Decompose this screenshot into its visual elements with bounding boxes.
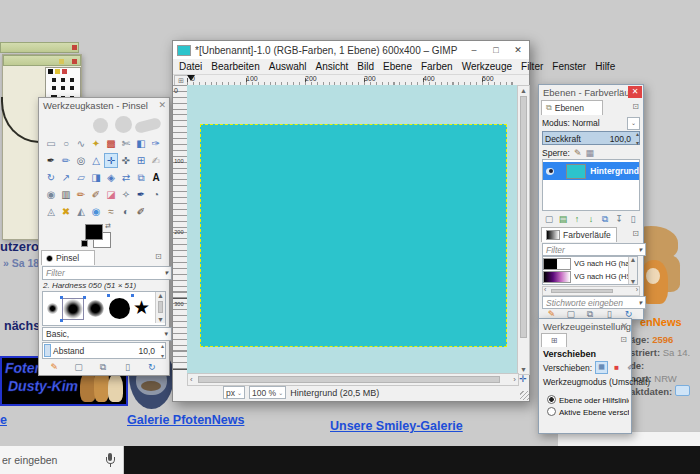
tool-foreground-select[interactable]: ◧ (134, 136, 148, 151)
edit-brush-button[interactable]: ✎ (42, 362, 66, 372)
tool-paintbrush[interactable]: ✐ (89, 187, 103, 202)
radio-move-active[interactable]: Aktive Ebene verschieben (547, 401, 629, 419)
tool-smudge[interactable]: ≈ (104, 204, 118, 219)
duplicate-layer-button[interactable]: ⧉ (598, 214, 612, 224)
layer-list[interactable]: Hintergrund (542, 159, 640, 211)
menu-bild[interactable]: Bild (357, 61, 374, 72)
tool-fuzzy-select[interactable]: ✦ (89, 136, 103, 151)
tool-flip[interactable]: ⇄ (119, 170, 133, 185)
menu-datei[interactable]: Datei (179, 61, 202, 72)
dock-menu-icon[interactable]: ⊡ (632, 102, 639, 111)
menu-fenster[interactable]: Fenster (552, 61, 586, 72)
gradient-row-1[interactable]: VG nach HG (harte Kant (543, 257, 637, 270)
tab-ebenen[interactable]: ⧉ Ebenen (541, 100, 603, 115)
tool-mypaint[interactable]: ◔ (149, 187, 163, 202)
menu-hilfe[interactable]: Hilfe (595, 61, 615, 72)
gradient-scrollbar[interactable]: ▲▼ (628, 257, 637, 284)
tool-bucket-fill[interactable]: ◉ (44, 187, 58, 202)
brush-preset-select[interactable]: Basic,▾ (42, 327, 172, 341)
tool-ellipse-select[interactable]: ○ (59, 136, 73, 151)
menu-bar[interactable]: Datei Bearbeiten Auswahl Ansicht Bild Eb… (173, 59, 529, 75)
gradient-list[interactable]: VG nach HG (harte Kant VG nach HG (HSV-F… (542, 256, 638, 285)
color-swatches[interactable]: ⇄ (85, 224, 115, 250)
close-icon[interactable]: ✕ (158, 100, 166, 110)
anchor-layer-button[interactable]: ↧ (612, 214, 626, 224)
close-button[interactable]: ✕ (628, 86, 642, 98)
raise-layer-button[interactable]: ↑ (570, 214, 584, 224)
menu-ansicht[interactable]: Ansicht (316, 61, 349, 72)
tab-pinsel[interactable]: Pinsel (41, 250, 95, 265)
tool-perspective[interactable]: ◨ (89, 170, 103, 185)
tool-clone[interactable]: ◬ (44, 204, 58, 219)
edit-gradient-button[interactable]: ✎ (542, 309, 561, 319)
menu-ebene[interactable]: Ebene (383, 61, 412, 72)
tab-tool-options[interactable]: ⊞ (541, 333, 567, 347)
lower-layer-button[interactable]: ↓ (584, 214, 598, 224)
tool-shear[interactable]: ▱ (74, 170, 88, 185)
tool-unified-transform[interactable]: ◈ (104, 170, 118, 185)
tool-rectangle-select[interactable]: ▭ (44, 136, 58, 151)
tool-heal[interactable]: ✖ (59, 204, 73, 219)
new-layer-button[interactable]: ▢ (542, 214, 556, 224)
dock-menu-icon[interactable]: ⊡ (155, 252, 162, 261)
tool-brush-dark[interactable]: ✐ (134, 204, 148, 219)
lock-pixels-icon[interactable]: ✎ (574, 148, 582, 158)
dock-menu-icon[interactable]: ⊡ (632, 229, 639, 238)
move-layer-toggle[interactable]: ▦ (595, 361, 608, 374)
brush-list[interactable]: ★ ▲▼ (42, 291, 166, 326)
default-colors-icon[interactable] (81, 240, 88, 247)
tool-move[interactable]: ✛ (104, 153, 118, 168)
brush-thumb-selected[interactable] (62, 298, 84, 320)
brush-thumb-soft-small[interactable] (47, 303, 58, 314)
brush-list-scrollbar[interactable]: ▲▼ (155, 292, 165, 323)
lock-alpha-icon[interactable]: ▦ (585, 148, 594, 158)
tool-pencil2[interactable]: ✏ (59, 153, 73, 168)
link-galerie-pfotennews[interactable]: Galerie PfotenNews (127, 413, 244, 427)
duplicate-brush-button[interactable]: ⧉ (91, 362, 115, 372)
tab-farbverlaeufe[interactable]: Farbverläufe (541, 227, 617, 242)
new-group-button[interactable]: ▤ (556, 214, 570, 224)
toolbox-window[interactable]: Werkzeugkasten - Pinsel ✕ ▭ ○ ∿ ✦ ▩ ✄ ◧ … (38, 97, 170, 376)
menu-farben[interactable]: Farben (421, 61, 453, 72)
brush-filter-input[interactable]: Filter▾ (42, 266, 172, 280)
spin-down-icon[interactable]: ▾ (161, 352, 164, 359)
tool-pencil[interactable]: ✏ (74, 187, 88, 202)
tool-zoom[interactable]: ◎ (74, 153, 88, 168)
link-smiley-galerie[interactable]: Unsere Smiley-Galerie (330, 419, 463, 433)
zoom-select[interactable]: 100 %⌄ (249, 386, 286, 399)
new-brush-button[interactable]: ▢ (66, 362, 90, 372)
tool-measure[interactable]: △ (89, 153, 103, 168)
brush-thumb-soft-medium[interactable] (87, 300, 104, 317)
delete-gradient-button[interactable]: ▯ (600, 309, 619, 319)
tool-scissors[interactable]: ✄ (119, 136, 133, 151)
spin-down-icon[interactable]: ▾ (636, 139, 639, 146)
tool-dodge-burn[interactable]: ◐ (119, 204, 133, 219)
taskbar[interactable]: er eingeben C ~ ~ (0, 446, 700, 474)
vertical-scrollbar[interactable]: ▲▼ (517, 85, 530, 375)
dock-menu-icon[interactable]: ⊡ (620, 335, 627, 344)
move-path-toggle[interactable]: ✐ (625, 362, 636, 373)
new-gradient-button[interactable]: ▢ (561, 309, 580, 319)
tool-crop[interactable]: ⊞ (134, 153, 148, 168)
visibility-eye-icon[interactable] (546, 168, 554, 175)
tool-blur-sharpen[interactable]: ◉ (89, 204, 103, 219)
tool-ink[interactable]: ✒ (134, 187, 148, 202)
gradient-hscrollbar[interactable]: ‹ › (542, 286, 640, 296)
tool-scale[interactable]: ↗ (59, 170, 73, 185)
close-icon[interactable]: ✕ (620, 321, 628, 331)
filled-selection[interactable] (200, 124, 507, 347)
layers-dock-window[interactable]: Ebenen - Farbverläufe ✕ ⧉ Ebenen ⊡ Modus… (538, 84, 644, 320)
tool-perspective-clone[interactable]: ◭ (74, 204, 88, 219)
tool-gradient[interactable]: ▥ (59, 187, 73, 202)
tool-ink-pen[interactable]: ✒ (44, 153, 58, 168)
gimp-image-window[interactable]: *[Unbenannt]-1.0 (RGB-Farben, 1 Ebene) 6… (172, 40, 530, 402)
unit-select[interactable]: px⌄ (223, 386, 245, 399)
spacing-slider[interactable]: Abstand 10,0 ▴ ▾ (42, 342, 166, 359)
tool-airbrush[interactable]: ✧ (119, 187, 133, 202)
tool-rotate[interactable]: ↻ (44, 170, 58, 185)
refresh-brushes-button[interactable]: ↻ (140, 362, 164, 372)
delete-brush-button[interactable]: ▯ (115, 362, 139, 372)
delete-layer-button[interactable]: ▯ (626, 214, 640, 224)
retro-minimize-icon[interactable] (59, 59, 64, 64)
tool-select-by-color[interactable]: ▩ (104, 136, 118, 151)
